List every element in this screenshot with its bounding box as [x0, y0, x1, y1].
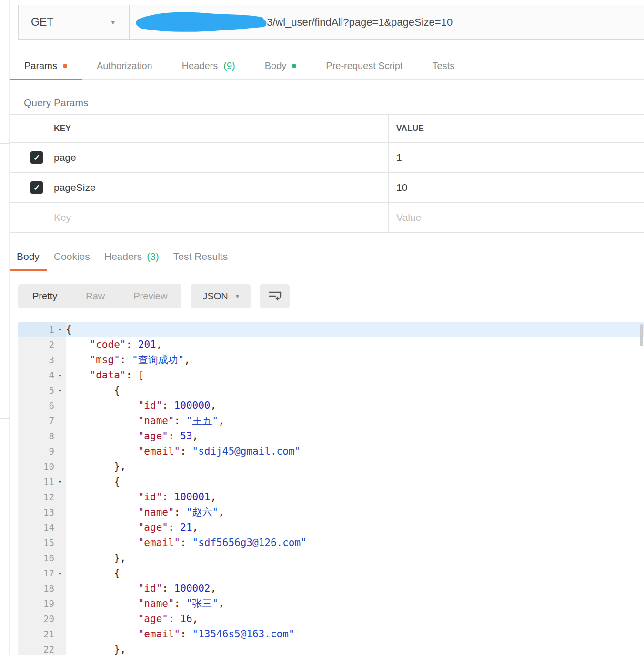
code-editor[interactable]: { "code": 201, "msg": "查询成功", "data": [ … — [66, 322, 644, 655]
gutter-line: 13 — [18, 505, 66, 520]
code-line: "email": "sdf5656g3@126.com" — [66, 535, 644, 550]
param-row: ✓ pageSize 10 — [10, 173, 644, 203]
params-header-row: KEY VALUE — [10, 115, 644, 143]
code-line: }, — [66, 642, 644, 655]
fold-icon[interactable]: ▾ — [54, 387, 66, 394]
line-number: 13 — [18, 507, 54, 517]
tab-params[interactable]: Params — [10, 52, 82, 79]
method-dropdown[interactable]: GET ▾ — [19, 5, 130, 39]
code-line: "name": "王五", — [66, 413, 644, 428]
gutter-line: 20 — [18, 611, 66, 626]
gutter-line: 6 — [18, 398, 66, 413]
param-placeholder-row: Key Value — [10, 203, 644, 233]
pretty-button[interactable]: Pretty — [18, 284, 71, 308]
gutter-line: 4▾ — [18, 367, 66, 383]
checkbox-column-header — [10, 115, 46, 142]
response-tab-test-results[interactable]: Test Results — [166, 242, 235, 271]
line-number: 10 — [18, 461, 54, 472]
gutter-line: 19 — [18, 596, 66, 611]
code-line: "age": 53, — [66, 428, 644, 444]
gutter-line: 8 — [18, 428, 66, 444]
tab-headers[interactable]: Headers (9) — [167, 52, 250, 79]
response-tab-headers-label: Headers — [104, 251, 142, 262]
tab-pre-request-label: Pre-request Script — [326, 60, 402, 71]
code-line: "email": "sdij45@gmail.com" — [66, 444, 644, 459]
chevron-down-icon: ▾ — [111, 18, 115, 27]
gutter-line: 11▾ — [18, 474, 66, 489]
response-body-panel: 1▾234▾5▾67891011▾121314151617▾1819202122… — [0, 322, 644, 655]
code-line: "id": 100000, — [66, 398, 644, 413]
line-number: 3 — [18, 355, 54, 365]
code-line: "email": "13546s5@163.com" — [66, 626, 644, 642]
url-input[interactable]: 3/wl_user/findAll?page=1&pageSize=10 — [130, 5, 644, 39]
tab-tests[interactable]: Tests — [417, 52, 469, 79]
code-line: "code": 201, — [66, 337, 644, 352]
tab-tests-label: Tests — [432, 60, 454, 71]
gutter-line: 22 — [18, 642, 66, 655]
placeholder-key-cell[interactable]: Key — [46, 203, 388, 232]
line-number: 2 — [18, 339, 54, 350]
response-headers-count: (3) — [147, 251, 159, 262]
gutter-line: 18 — [18, 581, 66, 596]
response-tab-cookies[interactable]: Cookies — [47, 242, 97, 271]
scrollbar-thumb[interactable] — [640, 324, 643, 346]
line-number: 12 — [18, 492, 54, 502]
line-number: 5 — [18, 385, 54, 396]
gutter-line: 10 — [18, 459, 66, 474]
placeholder-value-cell[interactable]: Value — [388, 203, 644, 232]
tab-headers-label: Headers — [182, 60, 218, 71]
param-value-cell[interactable]: 10 — [388, 173, 644, 202]
empty-checkbox-cell — [10, 203, 46, 232]
fold-icon[interactable]: ▾ — [54, 326, 66, 333]
line-number: 20 — [18, 614, 54, 624]
request-tabs: Params Authorization Headers (9) Body Pr… — [0, 52, 644, 80]
wrap-text-button[interactable] — [260, 284, 290, 308]
code-gutter: 1▾234▾5▾67891011▾121314151617▾1819202122 — [18, 322, 66, 655]
gutter-line: 2 — [18, 337, 66, 352]
response-tab-headers[interactable]: Headers (3) — [97, 242, 166, 271]
tab-body[interactable]: Body — [250, 52, 312, 79]
param-key-cell[interactable]: pageSize — [46, 173, 388, 202]
row-checkbox[interactable]: ✓ — [30, 151, 43, 164]
code-line: { — [66, 566, 644, 581]
code-line: { — [66, 383, 644, 398]
gutter-line: 9 — [18, 444, 66, 459]
code-line: "name": "张三", — [66, 596, 644, 611]
language-dropdown[interactable]: JSON ▾ — [191, 284, 251, 308]
column-header-key: KEY — [46, 115, 388, 142]
line-number: 21 — [18, 629, 54, 639]
gutter-line: 16 — [18, 550, 66, 566]
gutter-line: 15 — [18, 535, 66, 550]
code-line: "id": 100001, — [66, 489, 644, 505]
param-key-cell[interactable]: page — [46, 143, 388, 172]
response-tab-body[interactable]: Body — [10, 242, 47, 271]
fold-icon[interactable]: ▾ — [54, 570, 66, 577]
response-viewer-toolbar: Pretty Raw Preview JSON ▾ — [18, 284, 644, 308]
code-line: "data": [ — [66, 367, 644, 383]
preview-button[interactable]: Preview — [119, 284, 181, 308]
fold-icon[interactable]: ▾ — [54, 478, 66, 486]
line-number: 9 — [18, 446, 54, 457]
fold-icon[interactable]: ▾ — [54, 372, 66, 379]
code-line: "id": 100002, — [66, 581, 644, 596]
param-value-cell[interactable]: 1 — [388, 143, 644, 172]
line-number: 14 — [18, 522, 54, 533]
row-checkbox[interactable]: ✓ — [30, 181, 43, 194]
view-mode-group: Pretty Raw Preview — [18, 284, 181, 308]
code-line: "msg": "查询成功", — [66, 352, 644, 367]
line-number: 19 — [18, 598, 54, 609]
tab-authorization[interactable]: Authorization — [82, 52, 167, 79]
response-tab-cookies-label: Cookies — [54, 251, 90, 262]
check-icon: ✓ — [33, 153, 40, 163]
raw-button[interactable]: Raw — [71, 284, 119, 308]
line-number: 6 — [18, 400, 54, 411]
gutter-line: 5▾ — [18, 383, 66, 398]
code-line: }, — [66, 550, 644, 566]
params-table: KEY VALUE ✓ page 1 ✓ pageSize 10 Key Val… — [10, 114, 644, 233]
wrap-text-icon — [268, 290, 282, 302]
redaction-scribble — [135, 11, 267, 34]
tab-pre-request-script[interactable]: Pre-request Script — [311, 52, 417, 79]
method-label: GET — [31, 16, 53, 29]
language-label: JSON — [202, 291, 228, 302]
gutter-line: 14 — [18, 520, 66, 535]
